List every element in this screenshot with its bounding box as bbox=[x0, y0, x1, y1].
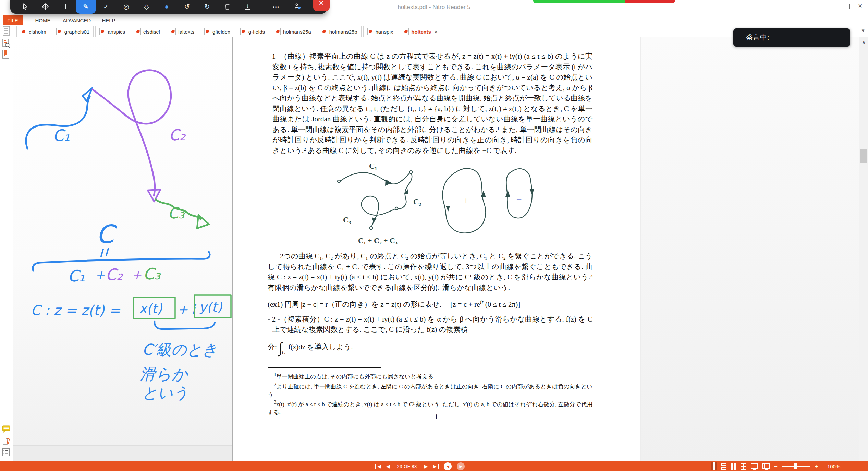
blob2-arrow-up bbox=[505, 190, 510, 197]
next-page-button[interactable]: ▶ bbox=[424, 464, 428, 469]
menu-home[interactable]: HOME bbox=[34, 15, 52, 25]
more-options-icon[interactable]: ••• bbox=[265, 1, 288, 12]
label-formula-lhs: C : z = z(t) = bbox=[31, 302, 120, 318]
redo-icon[interactable]: ↻ bbox=[197, 1, 217, 12]
zoom-slider[interactable] bbox=[782, 466, 810, 467]
blob2-arrow-down bbox=[529, 189, 534, 195]
maximize-button[interactable] bbox=[845, 4, 850, 9]
pen-tool-button[interactable]: ✎ bbox=[76, 0, 96, 14]
left-sidebar bbox=[0, 37, 13, 461]
zoom-in-button[interactable]: + bbox=[815, 463, 818, 469]
page-preview-icon[interactable] bbox=[2, 39, 11, 50]
section-1: - 1 -（曲線）複素平面上の曲線 C は z の方程式で表せるが, z = z… bbox=[268, 51, 592, 156]
page-thumbnails-icon[interactable] bbox=[3, 26, 10, 37]
tab-anspics[interactable]: anspics bbox=[95, 26, 129, 37]
tab-g-fields[interactable]: g-fields bbox=[236, 26, 269, 37]
bookmark-icon[interactable] bbox=[2, 50, 10, 60]
stroke-underbrace bbox=[155, 321, 215, 329]
speaking-label: 発言中: bbox=[746, 33, 770, 42]
zoom-out-button[interactable]: − bbox=[774, 463, 778, 469]
stroke-arrowhead-c3 bbox=[197, 215, 209, 228]
screenshare-stop-bar[interactable] bbox=[625, 0, 675, 3]
pdf-file-icon bbox=[170, 28, 176, 35]
last-page-button[interactable]: ▶ bbox=[433, 464, 439, 469]
view-single-page-button[interactable] bbox=[711, 462, 717, 470]
check-tool-icon[interactable]: ✓ bbox=[96, 1, 116, 12]
document-tabs: clsholm graphcls01 anspics clsdiscf lalt… bbox=[16, 26, 442, 37]
facing-pages-button[interactable] bbox=[731, 463, 736, 470]
scrollbar-thumb[interactable] bbox=[860, 149, 867, 163]
history-forward-button[interactable]: ▶ bbox=[457, 462, 465, 470]
menu-advanced[interactable]: ADVANCED bbox=[60, 15, 93, 25]
minimize-button[interactable] bbox=[832, 8, 836, 8]
trash-icon[interactable] bbox=[217, 1, 237, 12]
pdf-file-icon bbox=[321, 28, 327, 35]
text-tool-icon[interactable]: I bbox=[56, 1, 76, 12]
document-text: - 1 -（曲線）複素平面上の曲線 C は z の方程式で表せるが, z = z… bbox=[268, 51, 592, 416]
tab-clsholm[interactable]: clsholm bbox=[16, 26, 50, 37]
vertical-scrollbar[interactable]: ∧ bbox=[859, 37, 868, 461]
select-tool-icon[interactable] bbox=[15, 1, 35, 12]
tab-graphcls01[interactable]: graphcls01 bbox=[52, 26, 94, 37]
color-swatch-button[interactable]: ● bbox=[157, 1, 177, 12]
tab-holmans25b[interactable]: holmans25b bbox=[317, 26, 362, 37]
blob-arrow-down bbox=[446, 206, 450, 212]
speaking-indicator: 発言中: bbox=[733, 28, 850, 47]
move-tool-icon[interactable] bbox=[35, 1, 56, 12]
save-download-icon[interactable]: ↓ bbox=[237, 1, 258, 12]
stroke-ditto-marks bbox=[101, 249, 108, 256]
tab-overflow-chevron-icon[interactable]: ▼ bbox=[861, 28, 865, 33]
tab-holmans25a[interactable]: holmans25a bbox=[271, 26, 315, 37]
tab-clsdiscf[interactable]: clsdiscf bbox=[131, 26, 164, 37]
close-toolbar-button[interactable]: ✕ bbox=[313, 0, 330, 11]
continuous-view-button[interactable] bbox=[721, 463, 726, 470]
whiteboard-margin bbox=[13, 445, 232, 462]
endpoint bbox=[409, 171, 412, 173]
previous-page-button[interactable]: ◀ bbox=[386, 464, 390, 469]
fit-width-button[interactable] bbox=[762, 463, 770, 469]
laser-pointer-icon[interactable]: ◎ bbox=[116, 1, 136, 12]
fit-page-button[interactable] bbox=[751, 463, 758, 469]
grid-view-button[interactable] bbox=[741, 463, 746, 470]
note-called: という bbox=[142, 384, 188, 401]
content-area: C₁ C₂ C₃ C C₁ + C₂ + C₃ C : z = z(t) = x… bbox=[0, 37, 868, 461]
menu-help[interactable]: HELP bbox=[101, 15, 116, 25]
paragraph-joining-curves: 2つの曲線 C₁, C₂ があり, C₁ の終点と C₂ の始点が等しいとき, … bbox=[268, 251, 592, 293]
note-c1-class: C′級のとき bbox=[142, 341, 218, 358]
pdf-file-icon bbox=[135, 28, 141, 35]
tab-laltexts[interactable]: laltexts bbox=[166, 26, 198, 37]
menu-file[interactable]: FILE bbox=[3, 15, 23, 25]
zoom-slider-thumb[interactable] bbox=[794, 463, 797, 469]
comment-icon[interactable] bbox=[2, 425, 11, 435]
undo-icon[interactable]: ↺ bbox=[177, 1, 197, 12]
pdf-file-icon bbox=[275, 28, 281, 35]
label-formula-x: x(t) bbox=[139, 301, 162, 316]
presenter-icon[interactable] bbox=[288, 1, 308, 12]
scroll-up-icon[interactable]: ∧ bbox=[859, 39, 868, 45]
screenshare-active-bar bbox=[533, 0, 625, 3]
history-back-button[interactable]: ◀ bbox=[444, 462, 452, 470]
annotation-toolbar: I ✎ ✓ ◎ ◇ ● ↺ ↻ ↓ ••• ✕ bbox=[10, 0, 327, 14]
integral-line: 分: ∫C f(z)dz を導入しよう. bbox=[268, 339, 592, 360]
eraser-icon[interactable]: ◇ bbox=[136, 1, 157, 12]
section-2-heading: - 2 -（複素積分） bbox=[268, 315, 324, 323]
footnote-1: 1単一閉曲線上の点は, その内部にも外部にも属さないと考える. bbox=[268, 371, 592, 381]
tab-close-icon[interactable]: ✕ bbox=[434, 29, 438, 34]
screenshare-indicator bbox=[533, 0, 675, 3]
note-smooth: 滑らか bbox=[140, 365, 188, 383]
close-button[interactable]: ✕ bbox=[858, 3, 863, 9]
zoom-level[interactable]: 100% bbox=[827, 463, 840, 469]
figure-label-c3: C₃ bbox=[343, 216, 351, 224]
figure-arrow-c3 bbox=[372, 217, 377, 223]
list-panel-icon[interactable] bbox=[2, 448, 10, 458]
figure-caption: C₁ + C₂ + C₃ bbox=[358, 236, 398, 245]
first-page-button[interactable]: ◀ bbox=[375, 464, 381, 469]
page-indicator[interactable]: 23 OF 83 bbox=[397, 464, 417, 469]
attachment-icon[interactable] bbox=[2, 437, 11, 447]
tab-gfieldex[interactable]: gfieldex bbox=[200, 26, 234, 37]
example-1: (ex1) 円周 |z − c| = r（正の向き）を z = z(t) の形に… bbox=[268, 297, 592, 310]
tab-hanspix[interactable]: hanspix bbox=[363, 26, 398, 37]
tab-holtexts[interactable]: holtexts✕ bbox=[399, 26, 442, 37]
label-c3: C₃ bbox=[168, 204, 185, 222]
whiteboard-canvas[interactable]: C₁ C₂ C₃ C C₁ + C₂ + C₃ C : z = z(t) = x… bbox=[13, 37, 232, 445]
